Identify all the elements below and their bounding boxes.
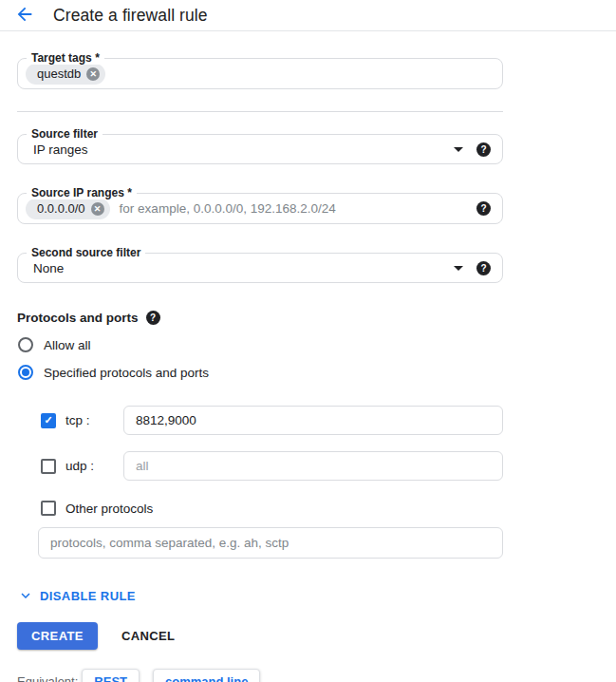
source-filter-help-icon[interactable] — [476, 142, 491, 157]
source-filter-select[interactable]: Source filter IP ranges — [17, 134, 503, 164]
protocols-heading: Protocols and ports — [17, 311, 139, 325]
source-filter-value: IP ranges — [26, 142, 446, 157]
second-source-filter-label: Second source filter — [27, 246, 145, 259]
equivalent-label: Equivalent: — [17, 674, 78, 682]
source-ip-chip: 0.0.0.0/0 — [26, 199, 110, 219]
cancel-button[interactable]: CANCEL — [121, 629, 176, 643]
dropdown-caret-icon[interactable] — [454, 266, 463, 271]
remove-ip-icon[interactable] — [91, 202, 104, 216]
tcp-checkbox[interactable] — [41, 413, 56, 428]
specified-protocols-option[interactable]: Specified protocols and ports — [17, 365, 503, 380]
back-button[interactable] — [13, 3, 36, 26]
allow-all-label: Allow all — [44, 338, 91, 352]
second-source-filter-value: None — [26, 261, 446, 275]
chip-label: 0.0.0.0/0 — [37, 201, 85, 216]
form-actions: CREATE CANCEL — [17, 622, 503, 650]
other-protocols-checkbox[interactable] — [41, 501, 56, 516]
equivalent-row: Equivalent: REST command line — [17, 669, 503, 682]
dropdown-caret-icon[interactable] — [454, 147, 463, 152]
other-protocols-input[interactable] — [38, 527, 503, 559]
firewall-rule-form: Target tags * questdb Source filter IP r… — [17, 58, 503, 682]
tcp-ports-input[interactable] — [123, 406, 503, 435]
create-button[interactable]: CREATE — [17, 622, 98, 650]
chip-label: questdb — [37, 66, 81, 81]
udp-row: udp : — [17, 451, 503, 481]
equivalent-rest-button[interactable]: REST — [82, 669, 140, 682]
allow-all-option[interactable]: Allow all — [17, 337, 503, 352]
disable-rule-toggle[interactable]: DISABLE RULE — [17, 587, 503, 604]
udp-ports-input[interactable] — [123, 451, 503, 481]
section-divider — [17, 111, 503, 112]
page-title: Create a firewall rule — [53, 6, 208, 26]
second-source-filter-select[interactable]: Second source filter None — [17, 253, 503, 283]
remove-tag-icon[interactable] — [86, 67, 100, 81]
tcp-label: tcp : — [65, 413, 123, 427]
create-firewall-rule-page: Create a firewall rule Target tags * que… — [0, 0, 616, 682]
other-protocols-row: Other protocols — [17, 501, 503, 516]
target-tags-label: Target tags * — [27, 51, 104, 65]
udp-label: udp : — [65, 459, 123, 473]
source-ip-ranges-field[interactable]: Source IP ranges * 0.0.0.0/0 for example… — [17, 193, 503, 224]
radio-unselected-icon[interactable] — [18, 337, 33, 352]
disable-rule-label: DISABLE RULE — [40, 589, 136, 603]
equivalent-command-line-button[interactable]: command line — [153, 669, 260, 682]
arrow-back-icon — [14, 4, 35, 25]
page-header: Create a firewall rule — [0, 0, 616, 31]
other-protocols-label: Other protocols — [65, 502, 153, 516]
radio-selected-icon[interactable] — [18, 365, 33, 380]
udp-checkbox[interactable] — [41, 459, 56, 474]
tcp-row: tcp : — [17, 406, 503, 435]
other-protocols-input-wrap — [17, 527, 503, 559]
protocols-and-ports-section: Protocols and ports — [17, 311, 503, 325]
source-filter-label: Source filter — [27, 127, 103, 141]
source-ip-ranges-label: Source IP ranges * — [27, 186, 137, 199]
target-tags-field[interactable]: Target tags * questdb — [17, 58, 503, 89]
target-tag-chip: questdb — [26, 64, 105, 85]
protocols-help-icon[interactable] — [146, 311, 160, 325]
chevron-down-icon — [17, 587, 34, 604]
specified-protocols-label: Specified protocols and ports — [44, 366, 209, 380]
source-ip-help-icon[interactable] — [476, 201, 491, 216]
source-ip-placeholder: for example, 0.0.0.0/0, 192.168.2.0/24 — [120, 201, 476, 216]
second-source-filter-help-icon[interactable] — [476, 261, 491, 275]
